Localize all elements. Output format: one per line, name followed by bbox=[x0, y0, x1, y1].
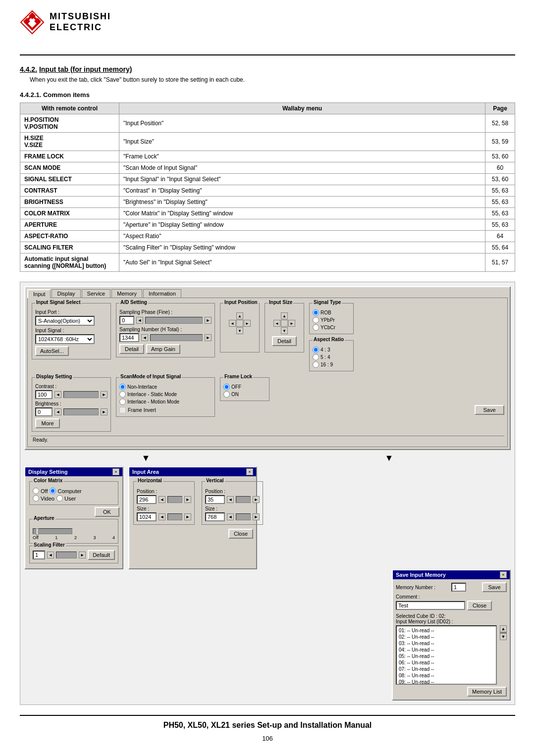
size-up-button[interactable]: ▲ bbox=[281, 312, 288, 319]
aperture-track[interactable] bbox=[33, 528, 72, 534]
h-size-right[interactable]: ► bbox=[184, 513, 191, 520]
detail-button-size[interactable]: Detail bbox=[272, 336, 297, 346]
sampling-number-left[interactable]: ◄ bbox=[141, 334, 148, 341]
save-button[interactable]: Save bbox=[475, 405, 504, 415]
detail-button-ad[interactable]: Detail bbox=[119, 344, 144, 354]
v-position-right[interactable]: ► bbox=[253, 496, 260, 503]
h-position-right[interactable]: ► bbox=[184, 496, 191, 503]
signal-ypbpr-option[interactable]: YPbPr bbox=[313, 317, 350, 323]
size-right-button[interactable]: ► bbox=[288, 320, 295, 327]
scan-motion-option[interactable]: Interlace - Motion Mode bbox=[119, 399, 212, 405]
aspect-43-option[interactable]: 4 : 3 bbox=[313, 347, 350, 353]
scaling-left[interactable]: ◄ bbox=[47, 552, 54, 558]
list-scroll-down[interactable]: ▼ bbox=[500, 633, 507, 640]
brightness-track[interactable] bbox=[63, 408, 99, 415]
position-right-button[interactable]: ► bbox=[244, 320, 251, 327]
tab-service[interactable]: Service bbox=[82, 289, 111, 298]
v-size-left[interactable]: ◄ bbox=[227, 513, 234, 520]
scan-non-interlace-radio[interactable] bbox=[119, 384, 126, 390]
color-matrix-video-radio[interactable] bbox=[33, 495, 39, 502]
memory-number-input[interactable] bbox=[451, 583, 466, 592]
h-size-input[interactable] bbox=[137, 512, 157, 521]
memory-list-box[interactable]: 01: -- Un-read --02: -- Un-read --03: --… bbox=[396, 625, 497, 685]
contrast-left[interactable]: ◄ bbox=[54, 391, 61, 398]
v-position-left[interactable]: ◄ bbox=[227, 496, 234, 503]
color-matrix-computer-radio[interactable] bbox=[50, 488, 56, 494]
sampling-number-track[interactable] bbox=[150, 334, 203, 341]
v-size-track[interactable] bbox=[236, 513, 251, 520]
list-item[interactable]: 04: -- Un-read -- bbox=[398, 647, 495, 653]
input-area-close-btn[interactable]: × bbox=[246, 468, 253, 475]
v-size-input[interactable] bbox=[205, 512, 225, 521]
display-ok-button[interactable]: OK bbox=[95, 507, 119, 517]
save-memory-close-x-btn[interactable]: × bbox=[500, 571, 507, 578]
h-position-input[interactable] bbox=[137, 495, 157, 504]
color-matrix-user[interactable]: User bbox=[56, 495, 76, 502]
signal-ycbcr-radio[interactable] bbox=[313, 324, 319, 331]
size-left-button[interactable]: ◄ bbox=[273, 320, 280, 327]
color-matrix-video[interactable]: Video bbox=[33, 495, 54, 502]
brightness-left[interactable]: ◄ bbox=[54, 408, 61, 415]
sampling-number-right[interactable]: ► bbox=[205, 334, 212, 341]
aspect-169-option[interactable]: 16 : 9 bbox=[313, 361, 350, 368]
list-item[interactable]: 07: -- Un-read -- bbox=[398, 666, 495, 672]
comment-input[interactable] bbox=[396, 601, 465, 610]
list-item[interactable]: 01: -- Un-read -- bbox=[398, 627, 495, 634]
color-matrix-computer[interactable]: Computer bbox=[50, 488, 81, 494]
sampling-phase-right[interactable]: ► bbox=[205, 317, 212, 324]
h-size-track[interactable] bbox=[167, 513, 182, 520]
contrast-input[interactable] bbox=[35, 390, 53, 399]
list-item[interactable]: 05: -- Un-read -- bbox=[398, 653, 495, 659]
list-item[interactable]: 08: -- Un-read -- bbox=[398, 672, 495, 679]
scan-motion-radio[interactable] bbox=[119, 399, 126, 405]
v-position-track[interactable] bbox=[236, 496, 251, 503]
contrast-track[interactable] bbox=[63, 391, 99, 398]
scaling-filter-input[interactable] bbox=[33, 551, 45, 559]
aperture-thumb[interactable] bbox=[36, 528, 39, 535]
sampling-phase-left[interactable]: ◄ bbox=[136, 317, 143, 324]
tab-information[interactable]: Information bbox=[143, 289, 181, 298]
aspect-43-radio[interactable] bbox=[313, 347, 319, 353]
color-matrix-user-radio[interactable] bbox=[56, 495, 63, 502]
autosel-button[interactable]: AutoSel... bbox=[35, 346, 69, 356]
frame-invert-checkbox[interactable] bbox=[119, 407, 126, 413]
scaling-track[interactable] bbox=[56, 552, 77, 558]
tab-input[interactable]: Input bbox=[27, 289, 51, 298]
list-scroll-up[interactable]: ▲ bbox=[500, 625, 507, 632]
h-position-track[interactable] bbox=[167, 496, 182, 503]
amp-gain-button[interactable]: Amp Gain bbox=[146, 344, 180, 354]
frame-lock-on-option[interactable]: ON bbox=[223, 391, 266, 398]
sampling-phase-input[interactable] bbox=[119, 316, 134, 325]
signal-rob-option[interactable]: ROB bbox=[313, 309, 350, 316]
scan-non-interlace-option[interactable]: Non-Interlace bbox=[119, 384, 212, 390]
input-signal-select-control[interactable]: 1024X768 :60Hz bbox=[35, 334, 95, 344]
signal-rob-radio[interactable] bbox=[313, 309, 319, 316]
scan-static-option[interactable]: Interlace - Static Mode bbox=[119, 391, 212, 398]
memory-list-button[interactable]: Memory List bbox=[467, 687, 507, 697]
sampling-phase-track[interactable] bbox=[145, 317, 203, 324]
frame-lock-off-option[interactable]: OFF bbox=[223, 384, 266, 390]
input-port-select[interactable]: S-Analog(Option) bbox=[35, 316, 95, 326]
display-setting-close-btn[interactable]: × bbox=[112, 468, 119, 475]
tab-memory[interactable]: Memory bbox=[111, 289, 142, 298]
frame-lock-off-radio[interactable] bbox=[223, 384, 230, 390]
aspect-54-option[interactable]: 5 : 4 bbox=[313, 354, 350, 360]
scaling-default-button[interactable]: Default bbox=[88, 550, 115, 560]
color-matrix-off-radio[interactable] bbox=[33, 488, 39, 494]
size-down-button[interactable]: ▼ bbox=[281, 327, 288, 334]
brightness-input[interactable] bbox=[35, 407, 53, 416]
h-position-left[interactable]: ◄ bbox=[159, 496, 165, 503]
more-button[interactable]: More bbox=[35, 418, 60, 428]
frame-lock-on-radio[interactable] bbox=[223, 391, 230, 398]
position-left-button[interactable]: ◄ bbox=[229, 320, 236, 327]
signal-ypbpr-radio[interactable] bbox=[313, 317, 319, 323]
list-item[interactable]: 09: -- Un-read -- bbox=[398, 679, 495, 685]
list-item[interactable]: 02: -- Un-read -- bbox=[398, 634, 495, 640]
tab-display[interactable]: Display bbox=[52, 289, 80, 298]
color-matrix-off[interactable]: Off bbox=[33, 488, 48, 494]
scan-static-radio[interactable] bbox=[119, 391, 126, 398]
position-down-button[interactable]: ▼ bbox=[236, 327, 243, 334]
aspect-169-radio[interactable] bbox=[313, 361, 319, 368]
memory-save-button[interactable]: Save bbox=[482, 582, 507, 592]
list-item[interactable]: 06: -- Un-read -- bbox=[398, 659, 495, 666]
